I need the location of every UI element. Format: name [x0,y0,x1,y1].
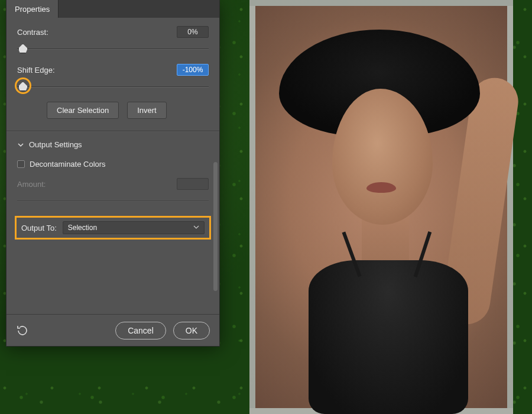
button-label: Invert [137,106,157,115]
output-to-select[interactable]: Selection [63,221,205,234]
cancel-button[interactable]: Cancel [115,322,166,339]
photo-subject-top [309,260,468,414]
clear-selection-button[interactable]: Clear Selection [47,102,119,119]
panel-footer: Cancel OK [7,314,219,346]
shift-edge-slider[interactable] [17,80,209,93]
slider-thumb[interactable] [18,82,28,91]
canvas-photo [249,0,513,414]
tab-strip: Properties [7,0,219,18]
shift-edge-label: Shift Edge: [17,66,55,75]
properties-panel: Properties Contrast: 0% Shift Edge: -100… [6,0,220,347]
slider-track [17,86,209,88]
contrast-slider[interactable] [17,43,209,56]
ok-button[interactable]: OK [173,322,210,339]
panel-scrollbar[interactable] [213,162,218,291]
photo-subject-lips [366,182,396,193]
chevron-down-icon [17,141,24,148]
slider-track [17,200,209,202]
section-divider [7,131,219,132]
amount-value [177,178,209,190]
button-label: OK [186,326,197,335]
output-to-label: Output To: [21,224,57,232]
select-value: Selection [68,224,97,232]
output-to-highlighted-row: Output To: Selection [15,216,211,240]
invert-button[interactable]: Invert [127,102,167,119]
button-label: Cancel [128,326,154,335]
output-settings-header[interactable]: Output Settings [17,140,209,149]
tab-properties[interactable]: Properties [7,0,59,18]
tab-label: Properties [15,5,50,14]
reset-icon[interactable] [16,324,29,337]
decontaminate-checkbox[interactable] [17,160,25,168]
contrast-label: Contrast: [17,28,48,37]
button-label: Clear Selection [57,106,109,115]
slider-thumb[interactable] [18,44,28,53]
decontaminate-label: Decontaminate Colors [30,160,106,169]
amount-slider [17,195,209,208]
shift-edge-value[interactable]: -100% [177,64,209,76]
chevron-down-icon [193,224,199,232]
section-title: Output Settings [29,140,82,149]
contrast-value[interactable]: 0% [177,26,209,38]
amount-label: Amount: [17,180,46,189]
slider-track [17,48,209,50]
